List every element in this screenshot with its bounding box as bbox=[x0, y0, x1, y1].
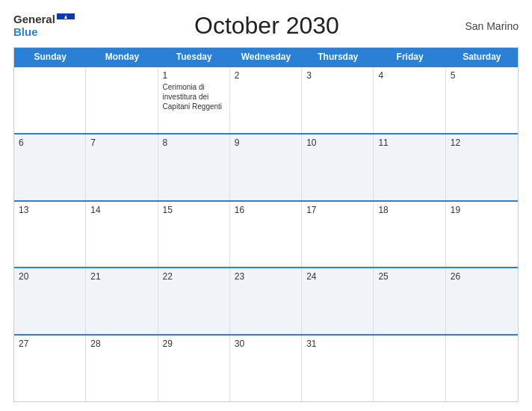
cal-header-day-saturday: Saturday bbox=[446, 48, 518, 66]
cal-cell: 18 bbox=[374, 202, 445, 268]
cal-week-5: 2728293031 bbox=[14, 334, 518, 401]
calendar-header: SundayMondayTuesdayWednesdayThursdayFrid… bbox=[14, 48, 518, 66]
event-text: Cerimonia di investitura dei Capitani Re… bbox=[163, 82, 225, 111]
day-number: 24 bbox=[306, 271, 368, 282]
cal-cell: 26 bbox=[446, 268, 518, 334]
cal-cell: 31 bbox=[302, 336, 374, 401]
day-number: 13 bbox=[19, 205, 81, 215]
cal-cell: 19 bbox=[446, 202, 518, 268]
cal-week-1: 1Cerimonia di investitura dei Capitani R… bbox=[14, 66, 518, 133]
day-number: 2 bbox=[235, 70, 297, 81]
cal-cell: 3 bbox=[302, 67, 374, 133]
day-number: 12 bbox=[451, 137, 513, 148]
day-number: 15 bbox=[163, 205, 225, 215]
day-number: 25 bbox=[378, 271, 440, 282]
cal-cell: 27 bbox=[14, 336, 86, 401]
cal-cell: 8 bbox=[158, 135, 230, 200]
cal-cell: 7 bbox=[86, 135, 158, 200]
cal-cell bbox=[14, 67, 86, 133]
cal-cell: 22 bbox=[158, 268, 230, 334]
cal-cell: 10 bbox=[302, 135, 374, 200]
day-number: 21 bbox=[90, 271, 152, 282]
day-number: 6 bbox=[19, 137, 81, 148]
day-number: 1 bbox=[163, 70, 225, 81]
cal-cell: 14 bbox=[86, 202, 158, 268]
cal-cell: 4 bbox=[374, 67, 445, 133]
cal-cell: 30 bbox=[230, 336, 302, 401]
day-number: 20 bbox=[19, 271, 81, 282]
month-title: October 2030 bbox=[75, 12, 459, 40]
cal-cell: 17 bbox=[302, 202, 374, 268]
cal-cell: 24 bbox=[302, 268, 374, 334]
day-number: 16 bbox=[235, 205, 297, 215]
cal-cell: 21 bbox=[86, 268, 158, 334]
cal-cell: 23 bbox=[230, 268, 302, 334]
cal-week-4: 20212223242526 bbox=[14, 267, 518, 334]
day-number: 5 bbox=[451, 70, 513, 81]
country-name: San Marino bbox=[459, 20, 519, 32]
cal-cell bbox=[374, 336, 445, 401]
cal-cell: 5 bbox=[446, 67, 518, 133]
calendar: SundayMondayTuesdayWednesdayThursdayFrid… bbox=[13, 47, 519, 402]
cal-cell: 13 bbox=[14, 202, 86, 268]
logo-general-text: General bbox=[13, 13, 55, 26]
cal-cell bbox=[86, 67, 158, 133]
cal-cell: 25 bbox=[374, 268, 445, 334]
day-number: 27 bbox=[19, 339, 81, 349]
cal-cell: 2 bbox=[230, 67, 302, 133]
cal-cell: 28 bbox=[86, 336, 158, 401]
header: General Blue October 2030 San Marino bbox=[13, 12, 519, 40]
day-number: 23 bbox=[235, 271, 297, 282]
day-number: 7 bbox=[90, 137, 152, 148]
cal-cell: 15 bbox=[158, 202, 230, 268]
day-number: 10 bbox=[306, 137, 368, 148]
logo-flag-icon bbox=[57, 13, 75, 25]
day-number: 8 bbox=[163, 137, 225, 148]
cal-week-3: 13141516171819 bbox=[14, 200, 518, 268]
day-number: 26 bbox=[451, 271, 513, 282]
cal-cell: 9 bbox=[230, 135, 302, 200]
cal-week-2: 6789101112 bbox=[14, 133, 518, 200]
cal-cell: 29 bbox=[158, 336, 230, 401]
day-number: 31 bbox=[306, 339, 368, 349]
cal-header-day-monday: Monday bbox=[86, 48, 158, 66]
day-number: 3 bbox=[306, 70, 368, 81]
logo-blue-text: Blue bbox=[13, 26, 75, 39]
cal-cell: 1Cerimonia di investitura dei Capitani R… bbox=[158, 67, 230, 133]
day-number: 22 bbox=[163, 271, 225, 282]
cal-header-day-friday: Friday bbox=[374, 48, 445, 66]
cal-cell: 11 bbox=[374, 135, 445, 200]
cal-header-day-wednesday: Wednesday bbox=[230, 48, 302, 66]
cal-cell bbox=[446, 336, 518, 401]
day-number: 9 bbox=[235, 137, 297, 148]
calendar-body: 1Cerimonia di investitura dei Capitani R… bbox=[14, 66, 518, 401]
cal-cell: 20 bbox=[14, 268, 86, 334]
day-number: 14 bbox=[90, 205, 152, 215]
day-number: 4 bbox=[378, 70, 440, 81]
day-number: 19 bbox=[451, 205, 513, 215]
page: General Blue October 2030 San Marino Sun… bbox=[0, 0, 532, 411]
day-number: 28 bbox=[90, 339, 152, 349]
cal-header-day-sunday: Sunday bbox=[14, 48, 86, 66]
day-number: 11 bbox=[378, 137, 440, 148]
cal-header-day-thursday: Thursday bbox=[302, 48, 374, 66]
cal-cell: 16 bbox=[230, 202, 302, 268]
logo: General Blue bbox=[13, 13, 75, 38]
day-number: 29 bbox=[163, 339, 225, 349]
day-number: 30 bbox=[235, 339, 297, 349]
cal-cell: 12 bbox=[446, 135, 518, 200]
svg-rect-1 bbox=[57, 19, 75, 25]
day-number: 17 bbox=[306, 205, 368, 215]
cal-cell: 6 bbox=[14, 135, 86, 200]
cal-header-day-tuesday: Tuesday bbox=[158, 48, 230, 66]
day-number: 18 bbox=[378, 205, 440, 215]
